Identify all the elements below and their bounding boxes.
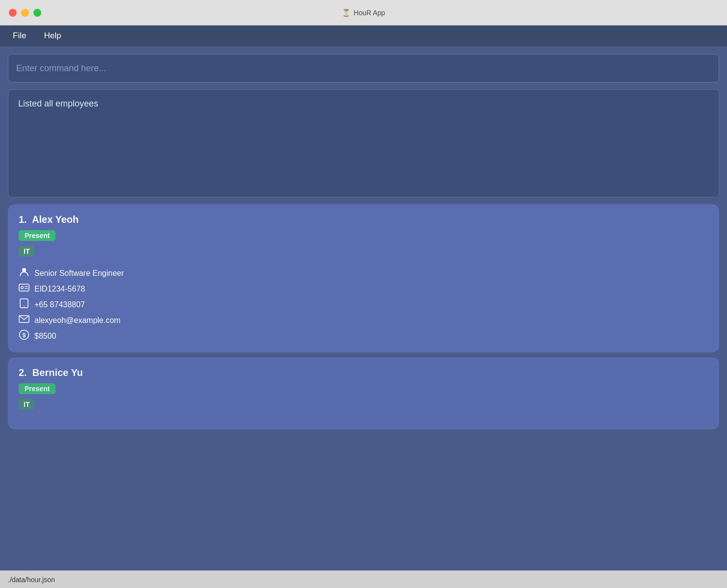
employee-1-name: 1. Alex Yeoh (19, 214, 708, 225)
menu-file[interactable]: File (10, 29, 29, 43)
status-bar: ./data/hour.json (0, 570, 727, 588)
employee-1-eid: EID1234-5678 (34, 285, 85, 294)
employee-1-salary-row: $ $8500 (19, 329, 708, 343)
svg-point-2 (21, 287, 24, 289)
maximize-button[interactable] (33, 9, 41, 17)
employee-1-phone: +65 87438807 (34, 300, 85, 309)
phone-icon (19, 298, 29, 311)
command-input[interactable] (16, 63, 711, 74)
employee-1-status-row: Present (19, 230, 708, 241)
title-bar: ⏳ HouR App (0, 0, 727, 26)
person-icon (19, 267, 29, 280)
employee-2-status-row: Present (19, 383, 708, 394)
id-card-icon (19, 284, 29, 294)
status-text: ./data/hour.json (8, 576, 55, 584)
minimize-button[interactable] (21, 9, 29, 17)
window-controls[interactable] (9, 9, 41, 17)
employee-card-2: 2. Bernice Yu Present IT (8, 357, 719, 429)
employee-1-status-badge: Present (19, 230, 56, 241)
employee-1-salary: $8500 (34, 332, 56, 341)
output-box: Listed all employees (8, 89, 719, 197)
employee-1-dept-badge: IT (19, 246, 34, 257)
employee-2-status-badge: Present (19, 383, 56, 394)
employee-1-phone-row: +65 87438807 (19, 298, 708, 311)
employee-1-email-row: alexyeoh@example.com (19, 315, 708, 325)
svg-text:$: $ (23, 332, 26, 338)
employee-list: 1. Alex Yeoh Present IT Senior Software … (8, 204, 719, 570)
menu-help[interactable]: Help (41, 29, 64, 43)
hourglass-icon: ⏳ (342, 9, 350, 17)
app-title: HouR App (354, 9, 385, 17)
close-button[interactable] (9, 9, 17, 17)
svg-point-5 (24, 306, 25, 307)
svg-point-0 (22, 268, 26, 272)
employee-1-role: Senior Software Engineer (34, 269, 124, 278)
output-text: Listed all employees (18, 99, 98, 108)
employee-2-dept-badge: IT (19, 399, 34, 410)
employee-1-details: Senior Software Engineer EID1234-5678 (19, 267, 708, 343)
command-box (8, 54, 719, 82)
employee-1-role-row: Senior Software Engineer (19, 267, 708, 280)
window-title: ⏳ HouR App (342, 9, 385, 17)
main-window: Listed all employees 1. Alex Yeoh Presen… (0, 46, 727, 570)
email-icon (19, 315, 29, 325)
employee-1-email: alexyeoh@example.com (34, 316, 120, 325)
menu-bar: File Help (0, 26, 727, 46)
dollar-icon: $ (19, 329, 29, 343)
employee-card-1: 1. Alex Yeoh Present IT Senior Software … (8, 204, 719, 352)
employee-1-eid-row: EID1234-5678 (19, 284, 708, 294)
employee-2-name: 2. Bernice Yu (19, 367, 708, 378)
